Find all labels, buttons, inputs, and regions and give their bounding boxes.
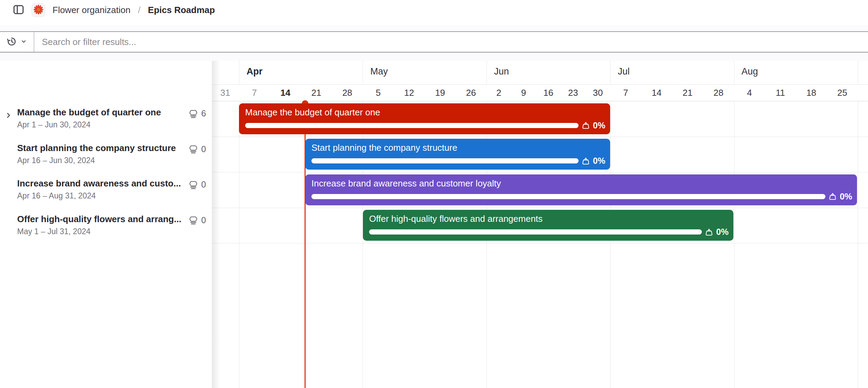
- epic-bar[interactable]: Manage the budget of quarter one0%: [239, 103, 610, 134]
- week-label: 4: [736, 88, 763, 98]
- epic-child-count: 0: [201, 215, 206, 225]
- week-label: 11: [767, 88, 794, 98]
- epic-bar-title: Increase brand awareness and customer lo…: [311, 178, 852, 189]
- month-gridline: [734, 61, 734, 84]
- epic-title-link[interactable]: Offer high-quality flowers and arrang...: [17, 214, 181, 225]
- epic-child-count-badge: 0: [189, 180, 206, 190]
- breadcrumb-page-title: Epics Roadmap: [148, 5, 215, 15]
- month-gridline: [363, 61, 363, 84]
- epic-child-count: 0: [201, 180, 206, 190]
- epic-bar-progress: 0%: [245, 121, 605, 130]
- filtered-search-bar: [0, 31, 868, 53]
- panel-shadow: [212, 61, 220, 388]
- weight-icon: [581, 157, 590, 166]
- epic-icon: [189, 144, 198, 154]
- week-label: 21: [674, 88, 701, 98]
- month-gridline: [239, 61, 239, 84]
- epic-list-item: Increase brand awareness and custo...Apr…: [0, 172, 212, 207]
- progress-track: [311, 194, 825, 199]
- roadmap-timeline: 31Apr7142128May5121926Jun29162330Jul7142…: [0, 61, 868, 388]
- week-label: 12: [396, 88, 423, 98]
- week-label: 28: [333, 88, 361, 98]
- week-label: 9: [510, 88, 537, 98]
- epic-bar-title: Offer high-quality flowers and arrangeme…: [369, 214, 729, 224]
- epic-bar[interactable]: Increase brand awareness and customer lo…: [305, 174, 857, 205]
- epic-child-count: 0: [201, 144, 206, 154]
- epic-icon: [189, 215, 198, 225]
- epics-roadmap-app: Flower organization / Epics Roadmap: [0, 0, 868, 388]
- epic-bar[interactable]: Offer high-quality flowers and arrangeme…: [363, 210, 733, 241]
- epic-bar-title: Manage the budget of quarter one: [245, 107, 605, 118]
- progress-track: [369, 229, 702, 235]
- progress-percent: 0%: [840, 192, 852, 202]
- epic-child-count-badge: 6: [189, 109, 206, 118]
- history-icon: [7, 36, 17, 48]
- breadcrumb-separator: /: [138, 5, 140, 15]
- org-avatar[interactable]: [32, 3, 45, 17]
- epic-title-link[interactable]: Start planning the company structure: [17, 143, 176, 153]
- week-label: 28: [705, 88, 732, 98]
- epic-child-count: 6: [201, 109, 206, 118]
- epic-bar-progress: 0%: [311, 156, 605, 166]
- progress-percent: 0%: [593, 156, 605, 166]
- weight-icon: [828, 192, 837, 201]
- week-label: 5: [364, 88, 392, 98]
- epic-icon: [189, 180, 198, 190]
- epic-list-item: Manage the budget of quarter oneApr 1 – …: [0, 101, 212, 136]
- epic-bar-progress: 0%: [369, 227, 729, 237]
- epic-date-range: Apr 16 – Aug 31, 2024: [17, 191, 96, 201]
- week-label: 21: [302, 88, 330, 98]
- epic-bar-title: Start planning the company structure: [311, 142, 605, 153]
- progress-track: [245, 123, 579, 128]
- month-gridline: [858, 101, 858, 388]
- search-history-button[interactable]: [0, 32, 34, 52]
- epic-title-link[interactable]: Increase brand awareness and custo...: [17, 178, 181, 189]
- divider-band-top: [0, 25, 868, 31]
- week-label: 26: [457, 88, 485, 98]
- sidebar-toggle-button[interactable]: [12, 3, 25, 17]
- week-label: 30: [584, 88, 612, 98]
- epic-date-range: May 1 – Jul 31, 2024: [17, 227, 91, 236]
- progress-percent: 0%: [593, 121, 605, 130]
- epic-expand-button[interactable]: [3, 110, 14, 122]
- month-gridline: [239, 101, 239, 388]
- chevron-down-icon: [20, 38, 27, 46]
- month-gridline: [734, 101, 734, 388]
- epic-child-count-badge: 0: [189, 144, 206, 154]
- epic-date-range: Apr 1 – Jun 30, 2024: [17, 120, 91, 129]
- chevron-right-icon: [4, 111, 13, 121]
- month-label: Jun: [494, 66, 509, 77]
- weight-icon: [581, 121, 590, 130]
- top-bar: Flower organization / Epics Roadmap: [0, 0, 868, 25]
- divider-band-bottom: [0, 53, 868, 61]
- sidebar-panel-icon: [12, 3, 25, 17]
- month-label: Apr: [247, 66, 263, 77]
- week-label: 16: [535, 88, 562, 98]
- progress-track: [311, 158, 579, 163]
- search-input[interactable]: [34, 32, 868, 52]
- month-gridline: [610, 61, 610, 84]
- month-gridline: [610, 101, 610, 388]
- flower-icon: [33, 4, 44, 16]
- month-label: May: [370, 66, 388, 77]
- epic-child-count-badge: 0: [189, 215, 206, 225]
- week-label: 19: [426, 88, 454, 98]
- epic-icon: [189, 109, 198, 118]
- months-row-border: [212, 84, 868, 85]
- epic-date-range: Apr 16 – Jun 30, 2024: [17, 156, 95, 165]
- week-label: 14: [643, 88, 670, 98]
- epic-bar-progress: 0%: [311, 192, 852, 202]
- week-label: 18: [798, 88, 825, 98]
- breadcrumb-org-link[interactable]: Flower organization: [53, 5, 130, 15]
- epics-list-panel: Manage the budget of quarter oneApr 1 – …: [0, 61, 212, 388]
- week-label: 7: [612, 88, 639, 98]
- week-label: 7: [241, 88, 268, 98]
- epic-list-item: Start planning the company structureApr …: [0, 137, 212, 172]
- epic-bar[interactable]: Start planning the company structure0%: [305, 139, 610, 170]
- weight-icon: [705, 228, 713, 237]
- epic-title-link[interactable]: Manage the budget of quarter one: [17, 107, 161, 118]
- epic-list-item: Offer high-quality flowers and arrang...…: [0, 208, 212, 243]
- month-gridline: [858, 61, 858, 84]
- month-label: Aug: [742, 66, 758, 77]
- week-label: 23: [559, 88, 587, 98]
